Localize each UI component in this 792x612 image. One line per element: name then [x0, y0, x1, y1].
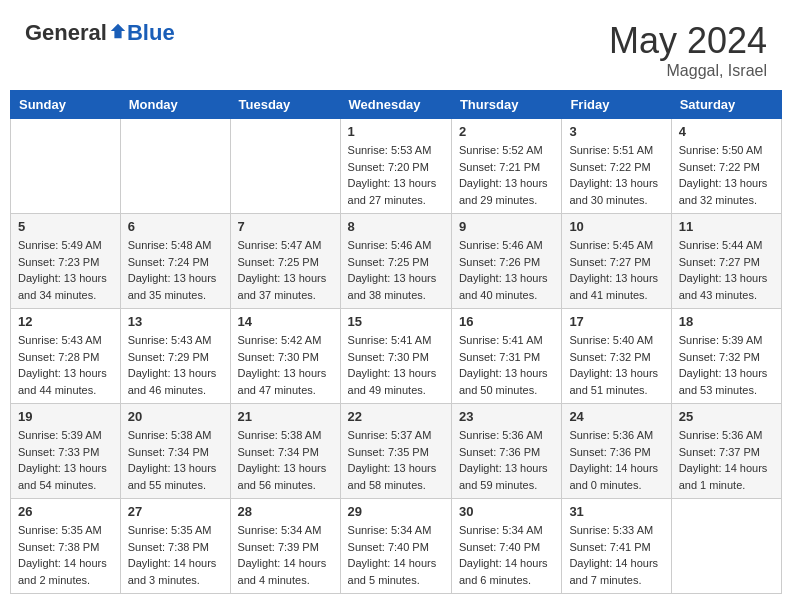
day-number: 29: [348, 504, 444, 519]
calendar-day: 8Sunrise: 5:46 AMSunset: 7:25 PMDaylight…: [340, 214, 451, 309]
day-info: Sunrise: 5:52 AMSunset: 7:21 PMDaylight:…: [459, 142, 554, 208]
calendar-day: 5Sunrise: 5:49 AMSunset: 7:23 PMDaylight…: [11, 214, 121, 309]
day-info: Sunrise: 5:39 AMSunset: 7:32 PMDaylight:…: [679, 332, 774, 398]
calendar-day: 11Sunrise: 5:44 AMSunset: 7:27 PMDayligh…: [671, 214, 781, 309]
logo-icon: [109, 22, 127, 40]
day-info: Sunrise: 5:49 AMSunset: 7:23 PMDaylight:…: [18, 237, 113, 303]
day-info: Sunrise: 5:40 AMSunset: 7:32 PMDaylight:…: [569, 332, 663, 398]
calendar-day: 26Sunrise: 5:35 AMSunset: 7:38 PMDayligh…: [11, 499, 121, 594]
day-info: Sunrise: 5:41 AMSunset: 7:31 PMDaylight:…: [459, 332, 554, 398]
calendar-day: 30Sunrise: 5:34 AMSunset: 7:40 PMDayligh…: [451, 499, 561, 594]
calendar-day: 17Sunrise: 5:40 AMSunset: 7:32 PMDayligh…: [562, 309, 671, 404]
day-info: Sunrise: 5:48 AMSunset: 7:24 PMDaylight:…: [128, 237, 223, 303]
day-info: Sunrise: 5:47 AMSunset: 7:25 PMDaylight:…: [238, 237, 333, 303]
day-number: 17: [569, 314, 663, 329]
calendar-day: 19Sunrise: 5:39 AMSunset: 7:33 PMDayligh…: [11, 404, 121, 499]
calendar-day: 23Sunrise: 5:36 AMSunset: 7:36 PMDayligh…: [451, 404, 561, 499]
calendar-week-4: 19Sunrise: 5:39 AMSunset: 7:33 PMDayligh…: [11, 404, 782, 499]
day-info: Sunrise: 5:34 AMSunset: 7:40 PMDaylight:…: [348, 522, 444, 588]
day-number: 12: [18, 314, 113, 329]
day-number: 22: [348, 409, 444, 424]
column-header-tuesday: Tuesday: [230, 91, 340, 119]
svg-marker-0: [111, 24, 125, 38]
day-info: Sunrise: 5:44 AMSunset: 7:27 PMDaylight:…: [679, 237, 774, 303]
day-info: Sunrise: 5:35 AMSunset: 7:38 PMDaylight:…: [128, 522, 223, 588]
logo-general-text: General: [25, 20, 107, 46]
day-number: 6: [128, 219, 223, 234]
calendar-day: 22Sunrise: 5:37 AMSunset: 7:35 PMDayligh…: [340, 404, 451, 499]
calendar-day: 7Sunrise: 5:47 AMSunset: 7:25 PMDaylight…: [230, 214, 340, 309]
day-info: Sunrise: 5:41 AMSunset: 7:30 PMDaylight:…: [348, 332, 444, 398]
logo-blue-text: Blue: [127, 20, 175, 46]
day-number: 5: [18, 219, 113, 234]
calendar-day: 25Sunrise: 5:36 AMSunset: 7:37 PMDayligh…: [671, 404, 781, 499]
calendar-day: 4Sunrise: 5:50 AMSunset: 7:22 PMDaylight…: [671, 119, 781, 214]
calendar-day: [120, 119, 230, 214]
day-number: 14: [238, 314, 333, 329]
day-number: 31: [569, 504, 663, 519]
column-header-friday: Friday: [562, 91, 671, 119]
calendar-week-5: 26Sunrise: 5:35 AMSunset: 7:38 PMDayligh…: [11, 499, 782, 594]
day-info: Sunrise: 5:43 AMSunset: 7:29 PMDaylight:…: [128, 332, 223, 398]
day-info: Sunrise: 5:53 AMSunset: 7:20 PMDaylight:…: [348, 142, 444, 208]
day-info: Sunrise: 5:36 AMSunset: 7:36 PMDaylight:…: [569, 427, 663, 493]
day-number: 20: [128, 409, 223, 424]
day-info: Sunrise: 5:35 AMSunset: 7:38 PMDaylight:…: [18, 522, 113, 588]
day-info: Sunrise: 5:42 AMSunset: 7:30 PMDaylight:…: [238, 332, 333, 398]
day-number: 27: [128, 504, 223, 519]
logo: General Blue: [25, 20, 175, 46]
day-info: Sunrise: 5:37 AMSunset: 7:35 PMDaylight:…: [348, 427, 444, 493]
page-header: General Blue May 2024 Maggal, Israel: [10, 10, 782, 85]
column-header-saturday: Saturday: [671, 91, 781, 119]
day-info: Sunrise: 5:45 AMSunset: 7:27 PMDaylight:…: [569, 237, 663, 303]
calendar-day: [230, 119, 340, 214]
day-info: Sunrise: 5:43 AMSunset: 7:28 PMDaylight:…: [18, 332, 113, 398]
day-number: 26: [18, 504, 113, 519]
day-number: 11: [679, 219, 774, 234]
day-info: Sunrise: 5:33 AMSunset: 7:41 PMDaylight:…: [569, 522, 663, 588]
day-number: 1: [348, 124, 444, 139]
day-number: 21: [238, 409, 333, 424]
calendar-day: 13Sunrise: 5:43 AMSunset: 7:29 PMDayligh…: [120, 309, 230, 404]
calendar-day: 12Sunrise: 5:43 AMSunset: 7:28 PMDayligh…: [11, 309, 121, 404]
calendar-table: SundayMondayTuesdayWednesdayThursdayFrid…: [10, 90, 782, 594]
day-info: Sunrise: 5:39 AMSunset: 7:33 PMDaylight:…: [18, 427, 113, 493]
day-info: Sunrise: 5:46 AMSunset: 7:25 PMDaylight:…: [348, 237, 444, 303]
calendar-day: 27Sunrise: 5:35 AMSunset: 7:38 PMDayligh…: [120, 499, 230, 594]
column-header-sunday: Sunday: [11, 91, 121, 119]
calendar-day: 15Sunrise: 5:41 AMSunset: 7:30 PMDayligh…: [340, 309, 451, 404]
calendar-day: 1Sunrise: 5:53 AMSunset: 7:20 PMDaylight…: [340, 119, 451, 214]
calendar-day: 3Sunrise: 5:51 AMSunset: 7:22 PMDaylight…: [562, 119, 671, 214]
day-number: 3: [569, 124, 663, 139]
calendar-day: 21Sunrise: 5:38 AMSunset: 7:34 PMDayligh…: [230, 404, 340, 499]
calendar-day: 20Sunrise: 5:38 AMSunset: 7:34 PMDayligh…: [120, 404, 230, 499]
column-header-thursday: Thursday: [451, 91, 561, 119]
calendar-day: 31Sunrise: 5:33 AMSunset: 7:41 PMDayligh…: [562, 499, 671, 594]
calendar-week-2: 5Sunrise: 5:49 AMSunset: 7:23 PMDaylight…: [11, 214, 782, 309]
calendar-day: 2Sunrise: 5:52 AMSunset: 7:21 PMDaylight…: [451, 119, 561, 214]
day-info: Sunrise: 5:36 AMSunset: 7:37 PMDaylight:…: [679, 427, 774, 493]
day-number: 18: [679, 314, 774, 329]
calendar-day: 29Sunrise: 5:34 AMSunset: 7:40 PMDayligh…: [340, 499, 451, 594]
day-info: Sunrise: 5:51 AMSunset: 7:22 PMDaylight:…: [569, 142, 663, 208]
day-number: 15: [348, 314, 444, 329]
day-info: Sunrise: 5:38 AMSunset: 7:34 PMDaylight:…: [128, 427, 223, 493]
calendar-day: 24Sunrise: 5:36 AMSunset: 7:36 PMDayligh…: [562, 404, 671, 499]
calendar-week-3: 12Sunrise: 5:43 AMSunset: 7:28 PMDayligh…: [11, 309, 782, 404]
month-year: May 2024: [609, 20, 767, 62]
day-info: Sunrise: 5:34 AMSunset: 7:40 PMDaylight:…: [459, 522, 554, 588]
calendar-day: 18Sunrise: 5:39 AMSunset: 7:32 PMDayligh…: [671, 309, 781, 404]
day-number: 9: [459, 219, 554, 234]
day-number: 10: [569, 219, 663, 234]
title-block: May 2024 Maggal, Israel: [609, 20, 767, 80]
column-header-monday: Monday: [120, 91, 230, 119]
day-number: 13: [128, 314, 223, 329]
day-info: Sunrise: 5:46 AMSunset: 7:26 PMDaylight:…: [459, 237, 554, 303]
column-header-wednesday: Wednesday: [340, 91, 451, 119]
calendar-day: [11, 119, 121, 214]
day-info: Sunrise: 5:50 AMSunset: 7:22 PMDaylight:…: [679, 142, 774, 208]
day-number: 23: [459, 409, 554, 424]
day-number: 7: [238, 219, 333, 234]
day-number: 4: [679, 124, 774, 139]
location: Maggal, Israel: [609, 62, 767, 80]
